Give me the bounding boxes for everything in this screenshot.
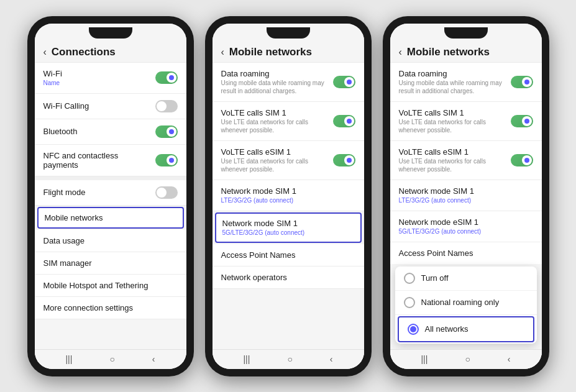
wifi-subtitle: Name — [43, 79, 155, 87]
phone3: ‹ Mobile networks Data roaming Using mob… — [383, 16, 549, 376]
p2-volte-esim1-title: VoLTE calls eSIM 1 — [221, 147, 333, 157]
p3-data-roaming-item[interactable]: Data roaming Using mobile data while roa… — [390, 62, 542, 102]
p2-nav-home-icon[interactable]: ○ — [287, 354, 292, 364]
bluetooth-item[interactable]: Bluetooth — [35, 119, 186, 145]
mobile-networks-item[interactable]: Mobile networks — [37, 207, 184, 229]
nfc-title: NFC and contactless payments — [43, 151, 155, 170]
p3-nav-recents-icon[interactable]: ||| — [421, 354, 427, 364]
phone3-bottom-nav: ||| ○ ‹ — [390, 349, 542, 369]
dropdown-menu: Turn off National roaming only All netwo… — [395, 267, 537, 344]
more-connections-title: More connection settings — [43, 303, 178, 312]
p2-nav-back-icon[interactable]: ‹ — [330, 354, 333, 364]
p3-network-mode-sim1-title: Network mode SIM 1 — [399, 186, 533, 196]
wifi-toggle[interactable] — [155, 71, 178, 84]
p3-network-mode-esim1-sub: 5G/LTE/3G/2G (auto connect) — [399, 227, 533, 235]
nav-back-icon[interactable]: ‹ — [152, 354, 155, 364]
p3-volte-esim1-toggle[interactable] — [511, 154, 533, 166]
p2-volte-esim1-toggle[interactable] — [333, 154, 355, 166]
national-roaming-radio[interactable] — [404, 297, 415, 308]
phone2-bottom-nav: ||| ○ ‹ — [213, 349, 364, 369]
p3-network-mode-esim1-title: Network mode eSIM 1 — [399, 217, 533, 227]
p2-volte-sim1-title: VoLTE calls SIM 1 — [221, 108, 333, 117]
dropdown-all-networks[interactable]: All networks — [398, 316, 534, 342]
phone2-back-arrow-icon[interactable]: ‹ — [221, 47, 224, 58]
wifi-calling-title: Wi-Fi Calling — [43, 101, 155, 111]
bluetooth-toggle[interactable] — [155, 125, 178, 138]
flight-item[interactable]: Flight mode — [35, 180, 186, 206]
wifi-calling-toggle[interactable] — [155, 100, 178, 112]
all-networks-label: All networks — [425, 324, 469, 334]
phone1: ‹ Connections Wi-Fi Name Wi-Fi Calling — [27, 16, 194, 376]
p2-network-mode-sim1-title: Network mode SIM 1 — [221, 186, 355, 196]
p3-volte-sim1-sub: Use LTE data networks for calls whenever… — [399, 118, 511, 134]
p2-volte-sim1-item[interactable]: VoLTE calls SIM 1 Use LTE data networks … — [213, 102, 364, 141]
phone2-title: Mobile networks — [229, 46, 312, 58]
p2-access-point-title: Access Point Names — [221, 250, 355, 260]
all-networks-radio[interactable] — [408, 324, 419, 335]
p3-volte-sim1-toggle[interactable] — [511, 115, 533, 127]
p3-nav-home-icon[interactable]: ○ — [465, 354, 470, 364]
nav-home-icon[interactable]: ○ — [109, 354, 114, 364]
p3-access-point-title: Access Point Names — [399, 248, 533, 258]
phone1-screen: ‹ Connections Wi-Fi Name Wi-Fi Calling — [35, 24, 186, 369]
p2-volte-esim1-item[interactable]: VoLTE calls eSIM 1 Use LTE data networks… — [213, 141, 364, 180]
p2-data-roaming-toggle[interactable] — [333, 76, 355, 88]
p3-nav-back-icon[interactable]: ‹ — [508, 354, 511, 364]
hotspot-title: Mobile Hotspot and Tethering — [43, 281, 178, 290]
p2-network-mode-sim1b-sub: 5G/LTE/3G/2G (auto connect) — [222, 229, 354, 237]
p2-access-point-item[interactable]: Access Point Names — [213, 244, 364, 267]
p3-network-mode-esim1-item[interactable]: Network mode eSIM 1 5G/LTE/3G/2G (auto c… — [390, 211, 542, 242]
mobile-networks-title: Mobile networks — [45, 213, 176, 222]
p2-volte-sim1-sub: Use LTE data networks for calls whenever… — [221, 118, 333, 134]
phone3-list: Data roaming Using mobile data while roa… — [390, 62, 542, 349]
phone2-header: ‹ Mobile networks — [213, 41, 364, 62]
phone3-back-arrow-icon[interactable]: ‹ — [399, 47, 402, 58]
p3-access-point-item[interactable]: Access Point Names — [390, 242, 542, 264]
p2-network-mode-sim1-sub: LTE/3G/2G (auto connect) — [221, 196, 355, 204]
notch-bar — [35, 24, 186, 41]
back-arrow-icon[interactable]: ‹ — [43, 47, 47, 58]
p2-nav-recents-icon[interactable]: ||| — [243, 354, 250, 364]
p2-network-mode-sim1b-item[interactable]: Network mode SIM 1 5G/LTE/3G/2G (auto co… — [215, 212, 362, 243]
p3-volte-esim1-title: VoLTE calls eSIM 1 — [399, 147, 511, 157]
dropdown-national-roaming[interactable]: National roaming only — [395, 291, 537, 315]
p2-network-operators-title: Network operators — [221, 273, 355, 282]
p3-volte-sim1-item[interactable]: VoLTE calls SIM 1 Use LTE data networks … — [390, 102, 542, 141]
phone2-notch-bar — [213, 24, 364, 41]
p3-network-mode-sim1-item[interactable]: Network mode SIM 1 LTE/3G/2G (auto conne… — [390, 180, 542, 211]
phone2-list: Data roaming Using mobile data while roa… — [213, 62, 364, 349]
flight-toggle[interactable] — [155, 186, 178, 199]
data-usage-title: Data usage — [43, 236, 178, 245]
hotspot-item[interactable]: Mobile Hotspot and Tethering — [35, 275, 186, 297]
p2-network-mode-sim1b-title: Network mode SIM 1 — [222, 219, 354, 228]
phone3-notch — [444, 27, 488, 39]
p3-data-roaming-toggle[interactable] — [511, 76, 533, 88]
notch — [89, 27, 132, 39]
phone2: ‹ Mobile networks Data roaming Using mob… — [205, 16, 372, 376]
phone1-header: ‹ Connections — [35, 41, 186, 62]
wifi-item[interactable]: Wi-Fi Name — [35, 62, 186, 94]
p2-volte-sim1-toggle[interactable] — [333, 115, 355, 127]
p3-volte-sim1-title: VoLTE calls SIM 1 — [399, 108, 511, 117]
p2-network-operators-item[interactable]: Network operators — [213, 267, 364, 289]
p2-data-roaming-item[interactable]: Data roaming Using mobile data while roa… — [213, 62, 364, 102]
p2-network-mode-sim1-item[interactable]: Network mode SIM 1 LTE/3G/2G (auto conne… — [213, 180, 364, 211]
phone3-screen: ‹ Mobile networks Data roaming Using mob… — [390, 24, 542, 369]
nfc-item[interactable]: NFC and contactless payments — [35, 145, 186, 176]
p3-volte-esim1-sub: Use LTE data networks for calls whenever… — [399, 157, 511, 173]
data-usage-item[interactable]: Data usage — [35, 230, 186, 252]
nav-recents-icon[interactable]: ||| — [65, 354, 72, 364]
wifi-calling-item[interactable]: Wi-Fi Calling — [35, 94, 186, 119]
dropdown-turn-off[interactable]: Turn off — [395, 267, 537, 291]
phone3-title: Mobile networks — [407, 46, 490, 58]
p3-volte-esim1-item[interactable]: VoLTE calls eSIM 1 Use LTE data networks… — [390, 141, 542, 180]
nfc-toggle[interactable] — [155, 154, 178, 166]
p2-volte-esim1-sub: Use LTE data networks for calls whenever… — [221, 157, 333, 173]
bluetooth-title: Bluetooth — [43, 127, 155, 136]
sim-manager-item[interactable]: SIM manager — [35, 252, 186, 275]
turn-off-radio[interactable] — [404, 273, 415, 284]
phone1-list: Wi-Fi Name Wi-Fi Calling Bluetooth — [35, 62, 186, 349]
p2-data-roaming-title: Data roaming — [221, 69, 333, 78]
wifi-title: Wi-Fi — [43, 69, 155, 78]
more-connections-item[interactable]: More connection settings — [35, 297, 186, 319]
